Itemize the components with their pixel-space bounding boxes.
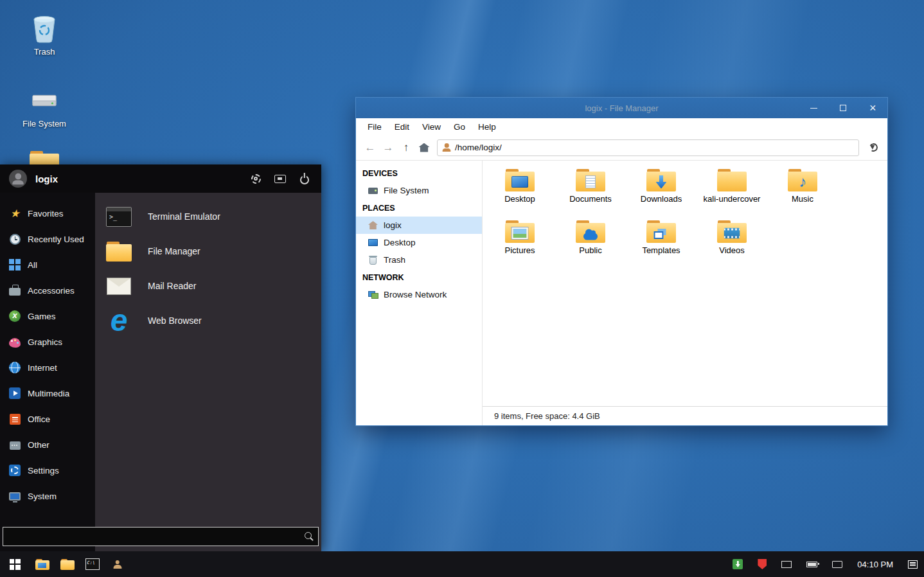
updates-icon[interactable] <box>733 559 743 569</box>
window-titlebar[interactable]: logix - File Manager <box>356 98 887 118</box>
menu-edit[interactable]: Edit <box>388 122 416 132</box>
sidebar-item-label: Browse Network <box>384 290 447 299</box>
sidebar-item-desktop[interactable]: Desktop <box>356 234 482 251</box>
sidebar-item-file-system[interactable]: File System <box>356 182 482 199</box>
desktop-icon-trash[interactable]: Trash <box>13 13 75 57</box>
taskbar-app-user[interactable] <box>105 551 130 577</box>
category-recently-used[interactable]: Recently Used <box>0 226 95 252</box>
taskbar: 04:10 PM <box>0 551 924 577</box>
file-label: Desktop <box>504 194 535 204</box>
category-graphics[interactable]: Graphics <box>0 329 95 355</box>
app-terminal-emulator[interactable]: Terminal Emulator <box>95 199 321 234</box>
forward-button[interactable] <box>379 139 397 157</box>
category-games[interactable]: Games <box>0 303 95 329</box>
category-system[interactable]: System <box>0 483 95 509</box>
file-label: Pictures <box>505 245 535 255</box>
sidebar-item-browse-network[interactable]: Browse Network <box>356 286 482 303</box>
home-button[interactable] <box>415 139 433 157</box>
downloads-emblem-icon <box>656 175 667 189</box>
file-pictures[interactable]: Pictures <box>484 218 555 270</box>
category-label: Graphics <box>28 337 62 347</box>
close-button[interactable] <box>858 98 887 118</box>
clock[interactable]: 04:10 PM <box>857 560 893 569</box>
sidebar-item-logix[interactable]: logix <box>356 217 482 234</box>
menu-help[interactable]: Help <box>472 122 502 132</box>
back-button[interactable] <box>361 139 379 157</box>
user-icon <box>442 143 451 152</box>
user-avatar[interactable] <box>9 170 27 188</box>
trash-icon <box>368 256 378 265</box>
templates-emblem-icon <box>654 231 664 239</box>
path-bar[interactable]: /home/logix/ <box>437 139 859 156</box>
status-text: 9 items, Free space: 4.4 GiB <box>494 411 600 421</box>
notifications-icon[interactable] <box>908 560 918 569</box>
desktop-icon-file-system[interactable]: File System <box>13 85 75 129</box>
menu-go[interactable]: Go <box>447 122 472 132</box>
folder-icon <box>576 220 605 243</box>
drive-icon <box>29 85 60 116</box>
file-grid: Desktop Documents Downloads kali-underco… <box>483 161 887 406</box>
file-label: kali-undercover <box>704 194 761 204</box>
category-office[interactable]: Office <box>0 406 95 432</box>
file-label: Public <box>579 245 601 255</box>
back-icon <box>365 141 376 154</box>
category-settings[interactable]: Settings <box>0 457 95 483</box>
sidebar: DEVICES File System PLACES logix Desktop… <box>356 161 483 425</box>
office-icon <box>8 412 22 426</box>
security-shield-icon[interactable] <box>758 559 767 569</box>
start-button[interactable] <box>0 551 30 577</box>
category-all[interactable]: All <box>0 252 95 278</box>
battery-icon[interactable] <box>806 562 817 567</box>
file-downloads[interactable]: Downloads <box>626 167 697 218</box>
minimize-button[interactable] <box>799 98 828 118</box>
file-music[interactable]: Music <box>767 167 838 218</box>
category-label: System <box>28 492 57 501</box>
power-button[interactable] <box>297 171 312 186</box>
settings-button[interactable] <box>248 171 263 186</box>
folder-icon <box>104 237 134 265</box>
search-input[interactable] <box>3 532 301 542</box>
menu-view[interactable]: View <box>416 122 447 132</box>
gear-icon <box>8 463 22 477</box>
category-other[interactable]: Other <box>0 432 95 457</box>
taskbar-app-file-manager[interactable] <box>55 551 80 577</box>
category-label: Office <box>28 414 50 424</box>
file-desktop[interactable]: Desktop <box>484 167 555 218</box>
menu-file[interactable]: File <box>361 122 388 132</box>
app-mail-reader[interactable]: Mail Reader <box>95 269 321 303</box>
sidebar-item-trash[interactable]: Trash <box>356 251 482 269</box>
monitor-icon <box>8 489 22 503</box>
power-icon <box>300 175 309 184</box>
file-kali-undercover[interactable]: kali-undercover <box>697 167 767 218</box>
category-accessories[interactable]: Accessories <box>0 278 95 303</box>
toolbox-icon <box>8 283 22 297</box>
media-icon <box>8 386 22 400</box>
taskbar-app-terminal[interactable] <box>80 551 105 577</box>
keyboard-icon[interactable] <box>832 561 842 568</box>
app-web-browser[interactable]: Web Browser <box>95 303 321 338</box>
globe-icon <box>8 360 22 375</box>
sidebar-header-devices: DEVICES <box>356 164 482 182</box>
folder-icon <box>717 169 747 191</box>
app-list: Terminal Emulator File Manager Mail Read… <box>95 193 321 551</box>
lock-screen-button[interactable] <box>272 171 288 186</box>
up-button[interactable] <box>397 139 415 157</box>
file-videos[interactable]: Videos <box>697 218 767 270</box>
app-file-manager[interactable]: File Manager <box>95 234 321 269</box>
file-documents[interactable]: Documents <box>555 167 626 218</box>
folder-icon <box>505 220 535 243</box>
app-label: Web Browser <box>148 315 202 326</box>
file-public[interactable]: Public <box>555 218 626 270</box>
file-label: Music <box>792 194 813 204</box>
path-text: /home/logix/ <box>455 143 502 152</box>
header-actions <box>248 171 312 186</box>
category-internet[interactable]: Internet <box>0 355 95 380</box>
category-multimedia[interactable]: Multimedia <box>0 380 95 406</box>
display-icon[interactable] <box>781 561 792 568</box>
reload-button[interactable] <box>864 139 882 157</box>
category-favorites[interactable]: Favorites <box>0 200 95 226</box>
maximize-button[interactable] <box>828 98 858 118</box>
taskbar-app-documents-folder[interactable] <box>30 551 55 577</box>
videos-emblem-icon <box>724 228 740 239</box>
file-templates[interactable]: Templates <box>626 218 697 270</box>
